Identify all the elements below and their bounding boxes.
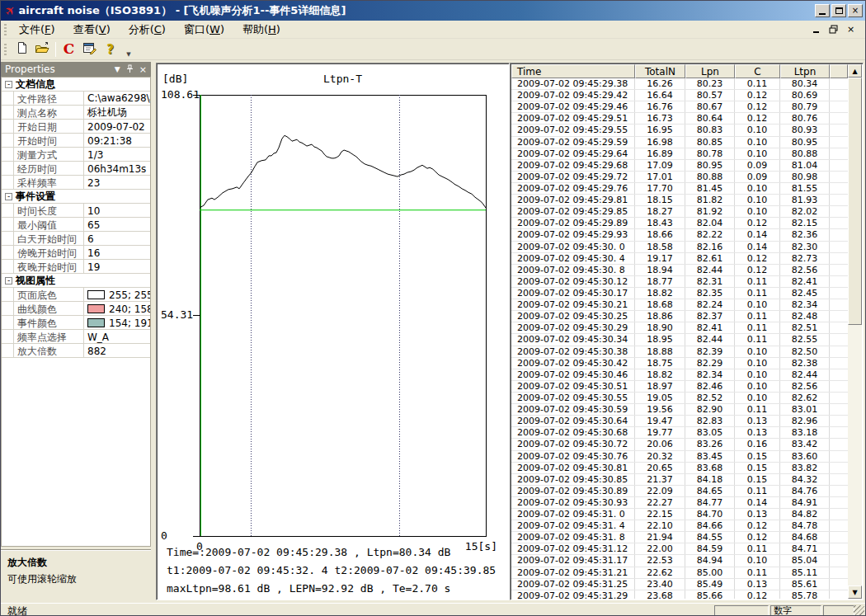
property-value[interactable]: 16 (84, 246, 150, 259)
property-row[interactable]: 放大倍数882 (2, 344, 150, 358)
toolbar-button-open-file[interactable] (32, 40, 53, 59)
table-row[interactable]: 2009-07-02 09:45:30.2518.8682.370.1182.4… (511, 311, 848, 322)
close-icon[interactable]: × (139, 65, 147, 74)
collapse-minus-icon[interactable]: - (5, 81, 12, 88)
property-row[interactable]: 测点名称栎社机场 (2, 106, 150, 120)
menu-item-help[interactable]: 帮助(H) (233, 21, 289, 38)
property-row[interactable]: 经历时间06h34m13s (2, 162, 150, 176)
property-category-event-settings[interactable]: -事件设置 (2, 190, 150, 204)
collapse-minus-icon[interactable]: - (5, 277, 12, 284)
table-row[interactable]: 2009-07-02 09:45:30.8521.3784.180.1584.3… (511, 474, 848, 486)
property-row[interactable]: 开始时间09:21:38 (2, 134, 150, 148)
chart-canvas[interactable] (157, 63, 511, 601)
table-row[interactable]: 2009-07-02 09:45:31.2122.6285.000.1185.1… (511, 567, 848, 579)
table-row[interactable]: 2009-07-02 09:45:29.3816.2680.230.1180.3… (511, 78, 848, 90)
menu-item-analysis[interactable]: 分析(C) (120, 21, 175, 38)
toolbar-button-properties[interactable] (79, 40, 100, 59)
resize-grip[interactable] (854, 605, 864, 616)
property-row[interactable]: 事件颜色154; 191; 18 (2, 316, 150, 330)
table-row[interactable]: 2009-07-02 09:45:31.2923.6885.660.1285.7… (511, 590, 848, 599)
property-row[interactable]: 最小阈值65 (2, 218, 150, 232)
table-row[interactable]: 2009-07-02 09:45:30.5919.5682.900.1183.0… (511, 404, 848, 416)
property-value[interactable]: 23 (84, 176, 150, 189)
table-row[interactable]: 2009-07-02 09:45:30. 818.9482.440.1282.5… (511, 265, 848, 276)
column-header-ltpn[interactable]: Ltpn (780, 64, 830, 78)
table-row[interactable]: 2009-07-02 09:45:29.8918.4382.040.1282.1… (511, 218, 848, 229)
menu-item-file[interactable]: 文件(F) (10, 21, 64, 38)
collapse-minus-icon[interactable]: - (5, 193, 12, 200)
property-row[interactable]: 白天开始时间6 (2, 232, 150, 246)
property-row[interactable]: 测量方式1/3 (2, 148, 150, 162)
table-row[interactable]: 2009-07-02 09:45:30.3418.9582.440.1182.5… (511, 334, 848, 346)
chevron-down-icon[interactable]: ▼ (115, 66, 120, 73)
pin-icon[interactable] (125, 64, 134, 75)
table-row[interactable]: 2009-07-02 09:45:30.2918.9082.410.1182.5… (511, 322, 848, 334)
property-value[interactable]: 09:21:38 (84, 134, 150, 147)
table-row[interactable]: 2009-07-02 09:45:30.6419.4782.830.1382.9… (511, 416, 848, 427)
property-row[interactable]: 文件路径C:\awa6298\机场 (2, 92, 150, 106)
scrollbar-up-arrow-icon[interactable]: ▲ (848, 64, 862, 78)
toolbar-button-analysis-c[interactable]: C (59, 40, 79, 59)
menu-item-view[interactable]: 查看(V) (64, 21, 120, 38)
mdi-minimize-button[interactable] (810, 24, 822, 35)
column-header-lpn[interactable]: Lpn (685, 64, 735, 78)
table-row[interactable]: 2009-07-02 09:45:29.6416.8980.780.1080.8… (511, 148, 848, 160)
property-row[interactable]: 时间长度10 (2, 204, 150, 218)
property-row[interactable]: 频率点选择W_A (2, 330, 150, 344)
table-row[interactable]: 2009-07-02 09:45:31.1722.5384.940.1085.0… (511, 555, 848, 567)
toolbar-button-help[interactable]: ? (100, 40, 120, 59)
property-category-doc-info[interactable]: -文档信息 (2, 78, 150, 92)
mdi-close-button[interactable]: × (845, 24, 857, 35)
table-row[interactable]: 2009-07-02 09:45:31. 821.9484.550.1284.6… (511, 532, 848, 543)
menu-item-window[interactable]: 窗口(W) (175, 21, 233, 38)
property-value[interactable]: 882 (84, 344, 150, 357)
table-row[interactable]: 2009-07-02 09:45:29.4216.6480.570.1280.6… (511, 90, 848, 101)
property-value[interactable]: 6 (84, 232, 150, 245)
table-row[interactable]: 2009-07-02 09:45:30.2118.6882.240.1082.3… (511, 299, 848, 311)
table-row[interactable]: 2009-07-02 09:45:31.2523.4085.490.1385.6… (511, 579, 848, 590)
toolbar-button-new-document[interactable] (12, 40, 32, 59)
property-value[interactable]: C:\awa6298\机场 (84, 92, 150, 105)
property-value[interactable]: 65 (84, 218, 150, 231)
table-row[interactable]: 2009-07-02 09:45:29.5516.9580.830.1080.9… (511, 125, 848, 136)
property-row[interactable]: 页面底色255; 255; 25 (2, 288, 150, 302)
property-value[interactable]: 19 (84, 260, 150, 273)
table-row[interactable]: 2009-07-02 09:45:30.8120.6583.680.1583.8… (511, 463, 848, 474)
table-row[interactable]: 2009-07-02 09:45:29.5116.7380.640.1280.7… (511, 113, 848, 125)
maximize-button[interactable] (831, 4, 846, 17)
table-row[interactable]: 2009-07-02 09:45:30.9322.2784.770.1484.9… (511, 497, 848, 509)
scrollbar-down-arrow-icon[interactable]: ▼ (848, 585, 862, 599)
property-value[interactable]: 10 (84, 204, 150, 217)
table-row[interactable]: 2009-07-02 09:45:30.6819.7783.050.1383.1… (511, 427, 848, 439)
table-row[interactable]: 2009-07-02 09:45:30.1718.8282.350.1182.4… (511, 288, 848, 299)
property-category-view-props[interactable]: -视图属性 (2, 274, 150, 288)
table-row[interactable]: 2009-07-02 09:45:29.4616.7680.670.1280.7… (511, 101, 848, 113)
scrollbar-thumb[interactable] (848, 78, 862, 325)
table-row[interactable]: 2009-07-02 09:45:30.1218.7782.310.1182.4… (511, 276, 848, 288)
table-row[interactable]: 2009-07-02 09:45:31.1222.0084.590.1184.7… (511, 543, 848, 555)
table-scrollbar[interactable]: ▲ ▼ (848, 64, 862, 599)
property-value[interactable]: 1/3 (84, 148, 150, 161)
table-row[interactable]: 2009-07-02 09:45:29.5916.9880.850.1080.9… (511, 137, 848, 148)
table-row[interactable]: 2009-07-02 09:45:29.8518.2781.920.1082.0… (511, 206, 848, 218)
table-row[interactable]: 2009-07-02 09:45:30. 018.5882.160.1482.3… (511, 242, 848, 253)
column-header-time[interactable]: Time (511, 64, 635, 78)
toolbar-overflow-button[interactable]: ▼ (124, 51, 134, 58)
property-row[interactable]: 开始日期2009-07-02 (2, 120, 150, 134)
table-row[interactable]: 2009-07-02 09:45:31. 422.1084.660.1284.7… (511, 520, 848, 532)
minimize-button[interactable] (815, 4, 830, 17)
table-row[interactable]: 2009-07-02 09:45:29.7217.0180.880.0980.9… (511, 172, 848, 183)
property-row[interactable]: 夜晚开始时间19 (2, 260, 150, 274)
table-row[interactable]: 2009-07-02 09:45:30.7220.0683.260.1683.4… (511, 439, 848, 450)
column-header-c[interactable]: C (735, 64, 780, 78)
property-value[interactable]: 2009-07-02 (84, 120, 150, 133)
table-row[interactable]: 2009-07-02 09:45:30.3818.8882.390.1082.5… (511, 346, 848, 358)
property-value[interactable]: 06h34m13s (84, 162, 150, 175)
table-row[interactable]: 2009-07-02 09:45:29.7617.7081.450.1081.5… (511, 183, 848, 195)
column-header-totaln[interactable]: TotalN (635, 64, 685, 78)
property-value[interactable]: 240; 158; 15 (84, 302, 150, 315)
table-row[interactable]: 2009-07-02 09:45:29.9318.6682.220.1482.3… (511, 229, 848, 241)
table-row[interactable]: 2009-07-02 09:45:31. 022.1584.700.1384.8… (511, 509, 848, 520)
menu-grip[interactable] (4, 24, 7, 35)
close-button[interactable]: × (848, 4, 863, 17)
